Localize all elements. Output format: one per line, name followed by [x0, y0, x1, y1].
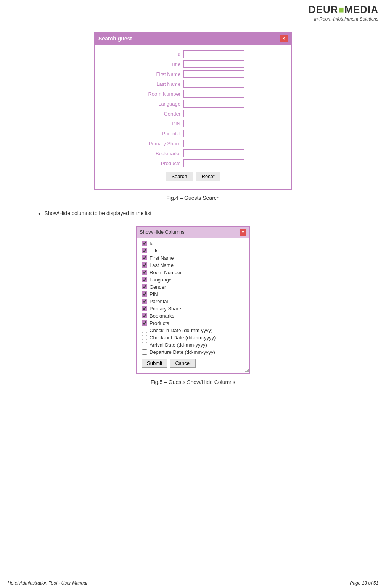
shc-label-bookmarks: Bookmarks [150, 313, 174, 319]
shc-row-parental: Parental [142, 299, 244, 304]
shc-label-id: Id [150, 241, 154, 246]
logo-subtitle: In-Room-Infotainment Solutions [309, 16, 378, 22]
form-row-id: Id [142, 50, 244, 58]
shc-row-language: Language [142, 277, 244, 283]
submit-button[interactable]: Submit [142, 359, 167, 368]
shc-label-title: Title [150, 248, 159, 254]
shc-label-language: Language [150, 277, 172, 283]
shc-label-parental: Parental [150, 299, 168, 304]
shc-row-title: Title [142, 248, 244, 254]
footer: Hotel Adminstration Tool - User Manual P… [0, 578, 386, 588]
shc-checkbox-room-number[interactable] [142, 270, 147, 275]
shc-dialog: Show/Hide Columns × Id Title First Name … [136, 226, 250, 374]
label-products: Products [142, 161, 183, 166]
label-bookmarks: Bookmarks [142, 151, 183, 156]
search-dialog-close-button[interactable]: × [280, 35, 288, 42]
form-row-bookmarks: Bookmarks [142, 149, 244, 157]
reset-button[interactable]: Reset [196, 172, 220, 181]
title-input[interactable] [183, 60, 244, 68]
shc-body: Id Title First Name Last Name Room Numbe… [137, 238, 249, 373]
label-last-name: Last Name [142, 81, 183, 87]
shc-close-button[interactable]: × [240, 229, 246, 236]
shc-label-last-name: Last Name [150, 262, 174, 268]
form-row-room-number: Room Number [142, 90, 244, 98]
shc-checkbox-first-name[interactable] [142, 255, 147, 260]
label-room-number: Room Number [142, 91, 183, 97]
shc-checkbox-departure-date[interactable] [142, 349, 147, 355]
shc-row-departure-date: Departure Date (dd-mm-yyyy) [142, 349, 244, 355]
footer-left: Hotel Adminstration Tool - User Manual [8, 580, 87, 586]
id-input[interactable] [183, 50, 244, 58]
bullet-section: • Show/Hide columns to be displayed in t… [31, 210, 355, 218]
footer-right: Page 13 of 51 [350, 580, 378, 586]
label-title: Title [142, 61, 183, 67]
shc-checkbox-pin[interactable] [142, 291, 147, 297]
room-number-input[interactable] [183, 90, 244, 98]
shc-checkbox-primary-share[interactable] [142, 306, 147, 311]
form-row-language: Language [142, 100, 244, 108]
shc-row-last-name: Last Name [142, 262, 244, 268]
label-first-name: First Name [142, 71, 183, 77]
primary-share-input[interactable] [183, 140, 244, 147]
shc-checkbox-language[interactable] [142, 277, 147, 282]
bookmarks-input[interactable] [183, 149, 244, 157]
shc-checkbox-checkout-date[interactable] [142, 335, 147, 340]
fig5-caption: Fig.5 – Guests Show/Hide Columns [31, 379, 355, 385]
shc-label-gender: Gender [150, 284, 166, 290]
shc-checkbox-gender[interactable] [142, 284, 147, 289]
shc-label-room-number: Room Number [150, 270, 182, 275]
gender-input[interactable] [183, 110, 244, 117]
shc-label-departure-date: Departure Date (dd-mm-yyyy) [150, 349, 215, 355]
products-input[interactable] [183, 159, 244, 167]
shc-label-checkout-date: Check-out Date (dd-mm-yyyy) [150, 335, 216, 341]
logo-media: MEDIA [344, 4, 378, 15]
parental-input[interactable] [183, 130, 244, 137]
shc-title: Show/Hide Columns [140, 229, 185, 235]
fig4-caption: Fig.4 – Guests Search [31, 195, 355, 201]
shc-checkbox-bookmarks[interactable] [142, 313, 147, 318]
first-name-input[interactable] [183, 70, 244, 78]
main-content: Search guest × Id Title First Name [0, 24, 386, 402]
search-dialog-title: Search guest [98, 35, 132, 42]
shc-row-bookmarks: Bookmarks [142, 313, 244, 319]
shc-buttons: Submit Cancel [142, 359, 244, 368]
shc-row-arrival-date: Arrival Date (dd-mm-yyyy) [142, 342, 244, 348]
search-form-buttons: Search Reset [142, 172, 244, 181]
shc-checkbox-arrival-date[interactable] [142, 342, 147, 347]
shc-label-checkin-date: Check-in Date (dd-mm-yyyy) [150, 328, 212, 333]
bullet-dot: • [38, 210, 40, 218]
shc-checkbox-last-name[interactable] [142, 262, 147, 268]
resize-handle[interactable] [245, 368, 249, 372]
last-name-input[interactable] [183, 80, 244, 88]
shc-row-checkout-date: Check-out Date (dd-mm-yyyy) [142, 335, 244, 341]
shc-label-arrival-date: Arrival Date (dd-mm-yyyy) [150, 342, 207, 348]
shc-row-first-name: First Name [142, 255, 244, 261]
label-parental: Parental [142, 131, 183, 137]
shc-checkbox-parental[interactable] [142, 299, 147, 304]
form-row-parental: Parental [142, 130, 244, 137]
shc-label-primary-share: Primary Share [150, 306, 181, 312]
shc-label-first-name: First Name [150, 255, 174, 261]
search-guest-dialog: Search guest × Id Title First Name [94, 32, 292, 190]
shc-checkbox-id[interactable] [142, 241, 147, 246]
shc-row-primary-share: Primary Share [142, 306, 244, 312]
search-button[interactable]: Search [166, 172, 193, 181]
cancel-button[interactable]: Cancel [170, 359, 195, 368]
logo-deur: DEUR [309, 4, 338, 15]
label-primary-share: Primary Share [142, 141, 183, 146]
search-form: Id Title First Name Last Name [142, 50, 244, 181]
label-language: Language [142, 101, 183, 107]
shc-row-products: Products [142, 320, 244, 326]
logo-text: DEUR■MEDIA [309, 4, 378, 16]
shc-titlebar: Show/Hide Columns × [137, 227, 249, 238]
shc-row-gender: Gender [142, 284, 244, 290]
language-input[interactable] [183, 100, 244, 108]
shc-checkbox-title[interactable] [142, 248, 147, 253]
shc-row-pin: PIN [142, 291, 244, 297]
pin-input[interactable] [183, 120, 244, 127]
form-row-last-name: Last Name [142, 80, 244, 88]
shc-checkbox-checkin-date[interactable] [142, 328, 147, 333]
shc-checkbox-products[interactable] [142, 320, 147, 326]
label-id: Id [142, 51, 183, 57]
shc-row-checkin-date: Check-in Date (dd-mm-yyyy) [142, 328, 244, 333]
